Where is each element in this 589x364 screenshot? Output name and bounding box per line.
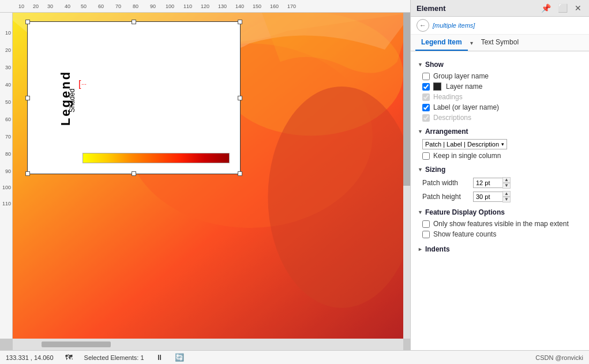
coordinates-display: 133.331 , 14.060 — [6, 354, 54, 361]
map-canvas[interactable]: Legend Shaded [ ... — [13, 13, 403, 339]
sizing-section-header[interactable]: ▼ Sizing — [418, 166, 582, 174]
patch-width-label: Patch width — [422, 179, 468, 187]
show-arrow-icon: ▼ — [418, 62, 423, 67]
layer-name-label: Layer name — [446, 82, 482, 91]
arrangement-arrow-icon: ▼ — [418, 129, 423, 134]
only-visible-label: Only show features visible in the map ex… — [433, 220, 569, 228]
pin-button[interactable]: 📌 — [539, 3, 553, 13]
descriptions-label: Descriptions — [433, 114, 471, 122]
status-right: CSDN @ronvicki — [535, 354, 583, 361]
map-area[interactable]: 10 20 30 40 50 60 70 80 90 100 110 120 1… — [0, 0, 410, 350]
layer-swatch — [433, 82, 441, 91]
indents-arrow-icon: ► — [418, 246, 423, 252]
legend-colorbar — [82, 153, 230, 163]
panel-header: Element 📌 ⬜ ✕ — [411, 0, 589, 17]
group-layer-label: Group layer name — [433, 72, 489, 80]
only-visible-checkbox-row: Only show features visible in the map ex… — [422, 220, 582, 228]
tab-dropdown[interactable]: ▾ — [468, 40, 475, 46]
show-counts-checkbox-row: Show feature counts — [422, 230, 582, 238]
show-section-header[interactable]: ▼ Show — [418, 61, 582, 69]
feature-display-arrow-icon: ▼ — [418, 209, 423, 215]
arrangement-dropdown[interactable]: Patch | Label | Description ▾ — [422, 139, 507, 149]
arrangement-section-header[interactable]: ▼ Arrangement — [418, 127, 582, 136]
patch-width-input[interactable]: 12 pt — [473, 178, 505, 188]
patch-width-row: Patch width 12 pt ▲ ▼ — [422, 177, 582, 189]
group-layer-checkbox[interactable] — [422, 73, 430, 80]
author-label: CSDN @ronvicki — [535, 354, 583, 361]
patch-height-label: Patch height — [422, 193, 468, 201]
arrangement-value: Patch | Label | Description — [425, 141, 499, 148]
tab-legend-item[interactable]: Legend Item — [415, 35, 468, 51]
scrollbar-horizontal[interactable] — [13, 339, 403, 350]
keep-single-checkbox-row: Keep in single column — [422, 152, 582, 160]
patch-height-row: Patch height 30 pt ▲ ▼ — [422, 191, 582, 202]
label-label: Label (or layer name) — [433, 103, 499, 111]
indents-section-header[interactable]: ► Indents — [418, 245, 582, 253]
label-checkbox-row: Label (or layer name) — [422, 103, 582, 111]
handle-tm[interactable] — [132, 20, 136, 24]
map-icon: 🗺 — [65, 353, 73, 362]
ruler-left: 10 20 30 40 50 60 70 80 90 100 110 — [0, 13, 13, 339]
arrangement-select-row: Patch | Label | Description ▾ — [422, 139, 582, 149]
scrollbar-v-thumb[interactable] — [403, 13, 410, 186]
tab-text-symbol[interactable]: Text Symbol — [475, 35, 524, 51]
indents-section-label: Indents — [425, 245, 450, 253]
patch-width-up[interactable]: ▲ — [502, 177, 511, 183]
multiple-items-badge: [multiple items] — [433, 22, 475, 29]
close-button[interactable]: ✕ — [573, 3, 583, 13]
patch-height-input[interactable]: 30 pt — [473, 192, 505, 202]
handle-mr[interactable] — [238, 96, 242, 100]
arrangement-dropdown-icon: ▾ — [501, 141, 504, 147]
handle-tl[interactable] — [25, 20, 30, 24]
back-arrow-icon: ← — [419, 21, 426, 29]
status-bar: 133.331 , 14.060 🗺 Selected Elements: 1 … — [0, 350, 589, 364]
patch-height-up[interactable]: ▲ — [502, 191, 511, 197]
layer-name-checkbox-row: Layer name — [422, 82, 582, 91]
only-visible-checkbox[interactable] — [422, 220, 430, 228]
show-section-label: Show — [425, 61, 444, 69]
headings-checkbox-row: Headings — [422, 93, 582, 101]
sizing-section-label: Sizing — [425, 166, 445, 174]
descriptions-checkbox-row: Descriptions — [422, 114, 582, 122]
arrangement-section-label: Arrangement — [425, 127, 468, 136]
scrollbar-h-thumb[interactable] — [42, 342, 111, 347]
patch-width-spinners: ▲ ▼ — [502, 177, 511, 189]
handle-bl[interactable] — [25, 171, 30, 176]
sizing-arrow-icon: ▼ — [418, 167, 423, 172]
handle-tr[interactable] — [238, 20, 242, 24]
group-layer-checkbox-row: Group layer name — [422, 72, 582, 80]
tabs-row: Legend Item ▾ Text Symbol — [411, 35, 589, 51]
patch-height-down[interactable]: ▼ — [502, 197, 511, 202]
feature-display-section-label: Feature Display Options — [425, 208, 505, 216]
back-button[interactable]: ← — [417, 19, 429, 32]
patch-width-down[interactable]: ▼ — [502, 183, 511, 189]
label-checkbox[interactable] — [422, 104, 430, 111]
legend-box[interactable]: Legend Shaded [ ... — [27, 21, 241, 174]
layer-name-checkbox[interactable] — [422, 83, 430, 91]
keep-single-label: Keep in single column — [433, 152, 501, 160]
headings-label: Headings — [433, 93, 463, 101]
panel-controls: 📌 ⬜ ✕ — [539, 3, 583, 13]
feature-display-section-header[interactable]: ▼ Feature Display Options — [418, 208, 582, 216]
handle-br[interactable] — [238, 171, 242, 176]
handle-ml[interactable] — [25, 96, 30, 100]
pause-icon[interactable]: ⏸ — [156, 353, 163, 362]
popout-button[interactable]: ⬜ — [556, 3, 569, 13]
legend-bracket: [ — [78, 80, 81, 89]
legend-bracket2: ... — [81, 80, 87, 86]
keep-single-checkbox[interactable] — [422, 152, 430, 160]
headings-checkbox[interactable] — [422, 93, 430, 101]
breadcrumb-row: ← [multiple items] — [411, 17, 589, 35]
handle-bm[interactable] — [132, 171, 136, 176]
refresh-icon[interactable]: 🔄 — [175, 353, 184, 362]
show-counts-checkbox[interactable] — [422, 231, 430, 238]
right-panel: Element 📌 ⬜ ✕ ← [multiple items] Legend … — [410, 0, 589, 350]
ruler-top: 10 20 30 40 50 60 70 80 90 100 110 120 1… — [0, 0, 410, 13]
legend-label: Shaded — [68, 88, 76, 112]
panel-title: Element — [417, 4, 446, 13]
selected-elements: Selected Elements: 1 — [84, 354, 144, 361]
descriptions-checkbox[interactable] — [422, 114, 430, 122]
patch-height-spinners: ▲ ▼ — [502, 191, 511, 202]
status-left: 133.331 , 14.060 🗺 Selected Elements: 1 … — [6, 353, 184, 362]
scrollbar-vertical[interactable] — [403, 13, 410, 339]
